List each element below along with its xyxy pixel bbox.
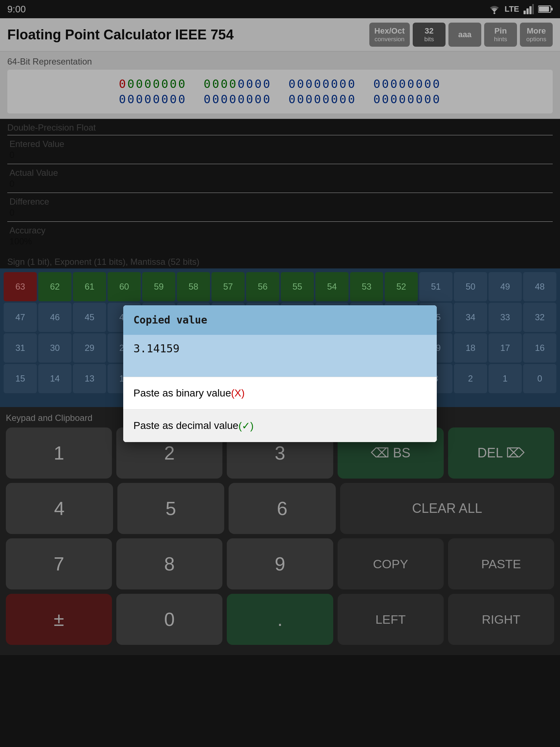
dialog-value: 3.14159 [133,342,179,355]
dialog-options: Paste as binary value (X) Paste as decim… [123,377,437,442]
paste-decimal-label: Paste as decimal value [133,420,238,431]
paste-as-binary-option[interactable]: Paste as binary value (X) [123,377,437,409]
dialog-header: Copied value [123,305,437,335]
paste-binary-symbol: (X) [231,387,245,399]
paste-as-decimal-option[interactable]: Paste as decimal value (✓) [123,409,437,442]
paste-dialog: Copied value 3.14159 Paste as binary val… [123,305,437,442]
dialog-overlay[interactable]: Copied value 3.14159 Paste as binary val… [0,0,560,747]
dialog-title: Copied value [133,314,207,326]
paste-decimal-symbol: (✓) [238,420,254,432]
paste-binary-label: Paste as binary value [133,387,231,399]
dialog-value-area: 3.14159 [123,335,437,377]
